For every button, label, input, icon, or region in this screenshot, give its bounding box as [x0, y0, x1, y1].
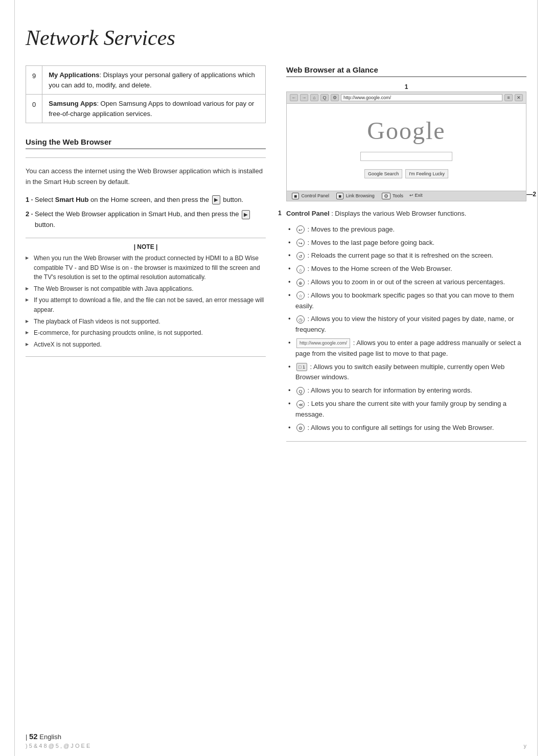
browser-toolbar: ← → ⌂ Q ⚙ http://www.google.com/ ≡ ✕	[287, 92, 526, 104]
section-divider	[26, 157, 266, 158]
footer-left: | 52 English	[26, 732, 61, 741]
table-row: 9 My Applications: Displays your persona…	[26, 66, 266, 95]
control-panel-icon: ■	[292, 193, 299, 199]
page-border-right	[537, 0, 538, 756]
left-section-title: Using the Web Browser	[26, 138, 266, 149]
bullet-settings: ⚙ : Allows you to configure all settings…	[286, 423, 526, 433]
note-item-4: The playback of Flash videos is not supp…	[26, 317, 266, 327]
intro-text: You can access the internet using the We…	[26, 166, 266, 188]
bullet-home: ⌂ : Moves to the Home screen of the Web …	[286, 264, 526, 274]
back-button-icon[interactable]: ←	[290, 94, 298, 101]
step-2: 2 · Select the Web Browser application i…	[26, 209, 266, 231]
note-item-1: When you run the Web Browser with the pr…	[26, 254, 266, 282]
steps-list: 1 · Select Smart Hub on the Home screen,…	[26, 195, 266, 231]
footer-lang: English	[39, 733, 61, 741]
control-panel-desc: : Displays the various Web Browser funct…	[330, 210, 467, 217]
note-item-3: If you attempt to download a file, and t…	[26, 295, 266, 314]
bullet-zoom: ⊕ : Allows you to zoom in or out of the …	[286, 277, 526, 288]
bookmark-icon: ☆	[296, 291, 305, 300]
step-1: 1 · Select Smart Hub on the Home screen,…	[26, 195, 266, 205]
control-panel-section: 1 Control Panel : Displays the various W…	[286, 209, 526, 219]
bullet-forward: ↪ : Moves to the last page before going …	[286, 238, 526, 248]
note-title: | NOTE |	[26, 243, 266, 250]
item-number-0: 0	[26, 95, 42, 123]
footer-pipe: |	[26, 733, 29, 741]
footer-code: ) 5 & 4 8 @ 5 , @ J O E E	[26, 743, 90, 749]
google-search-buttons: Google Search I'm Feeling Lucky	[364, 169, 448, 178]
bullet-reload: ↺ : Reloads the current page so that it …	[286, 250, 526, 261]
reload-icon: ↺	[296, 252, 305, 260]
browser-wrapper: 1 ← → ⌂ Q ⚙ http://www.google.com/ ≡ ✕	[286, 83, 526, 201]
menu-button-icon[interactable]: ≡	[504, 94, 513, 101]
table-row: 0 Samsung Apps: Open Samsung Apps to dow…	[26, 95, 266, 123]
url-text: http://www.google.com/	[343, 95, 391, 100]
zoom-icon: ⊕	[296, 279, 305, 287]
note-list: When you run the Web Browser with the pr…	[26, 254, 266, 349]
browser-features-list: ↩ : Moves to the previous page. ↪ : Move…	[286, 224, 526, 433]
footer-link-browsing: ■ Link Browsing	[335, 193, 375, 199]
page-border-left	[14, 0, 15, 756]
item-desc-0: Samsung Apps: Open Samsung Apps to downl…	[42, 95, 266, 123]
bullet-tabs: □ 1 : Allows you to switch easily betwee…	[286, 362, 526, 383]
google-search-button[interactable]: Google Search	[364, 169, 402, 178]
back-icon: ↩	[296, 225, 305, 234]
footer-control-panel: ■ Control Panel	[291, 193, 329, 199]
browser-footer: ■ Control Panel ■ Link Browsing ⚙ Tools	[287, 191, 526, 201]
google-lucky-button[interactable]: I'm Feeling Lucky	[405, 169, 448, 178]
page-title: Network Services	[26, 26, 526, 50]
bullet-history: ◷ : Allows you to view the history of yo…	[286, 314, 526, 335]
footer-right-char: y	[524, 743, 527, 749]
settings-button-icon[interactable]: ⚙	[331, 94, 339, 101]
tools-icon: ⚙	[382, 193, 390, 199]
search-button-icon[interactable]: Q	[320, 94, 329, 101]
note-box: | NOTE | When you run the Web Browser wi…	[26, 238, 266, 357]
right-section-title: Web Browser at a Glance	[286, 65, 526, 77]
page-number: 52	[29, 732, 38, 741]
home-button-icon[interactable]: ⌂	[310, 94, 318, 101]
items-table: 9 My Applications: Displays your persona…	[26, 65, 266, 123]
browser-url-bar[interactable]: http://www.google.com/	[341, 94, 502, 101]
step-num-1: 1 ·	[26, 195, 33, 205]
google-logo: Google	[367, 117, 445, 145]
gear-icon: ⚙	[296, 424, 305, 432]
bullet-share: ≪ : Lets you share the current site with…	[286, 399, 526, 420]
note-item-2: The Web Browser is not compatible with J…	[26, 284, 266, 294]
callout-side-1: 1	[278, 209, 282, 218]
bottom-divider	[286, 441, 526, 442]
share-icon: ≪	[296, 400, 305, 408]
item-label-9: My Applications	[49, 71, 99, 79]
search-icon: Q	[296, 387, 305, 395]
url-box-icon: http://www.google.com/	[296, 338, 350, 348]
right-column: Web Browser at a Glance 1 ← → ⌂ Q ⚙ http…	[286, 65, 526, 450]
forward-button-icon[interactable]: →	[300, 94, 308, 101]
button-icon-2: ▶	[242, 210, 250, 219]
note-item-5: E-commerce, for purchasing proudcts onli…	[26, 328, 266, 338]
footer-tools: ⚙ Tools	[381, 193, 403, 199]
smart-hub-bold: Smart Hub	[55, 196, 89, 203]
item-desc-9: My Applications: Displays your personal …	[42, 66, 266, 95]
page-footer: | 52 English	[26, 732, 526, 741]
callout-2-label: —2	[526, 191, 536, 198]
tabs-icon: □ 1	[296, 363, 307, 371]
step-num-2: 2 ·	[26, 209, 33, 220]
bullet-search: Q : Allows you to search for information…	[286, 385, 526, 396]
bullet-back: ↩ : Moves to the previous page.	[286, 224, 526, 235]
browser-content: Google Google Search I'm Feeling Lucky	[287, 104, 526, 191]
page-footer-bottom: ) 5 & 4 8 @ 5 , @ J O E E y	[26, 743, 526, 749]
link-browsing-icon: ■	[336, 193, 343, 199]
note-item-6: ActiveX is not supported.	[26, 340, 266, 350]
close-button-icon[interactable]: ✕	[515, 94, 523, 101]
footer-exit: ↩ Exit	[409, 193, 423, 199]
home-icon: ⌂	[296, 265, 305, 273]
exit-arrow-icon: ↩	[409, 193, 413, 198]
item-label-0: Samsung Apps	[49, 100, 97, 107]
item-number-9: 9	[26, 66, 42, 95]
button-icon-1: ▶	[212, 195, 220, 204]
bullet-url: http://www.google.com/ : Allows you to e…	[286, 338, 526, 359]
history-icon: ◷	[296, 315, 305, 324]
callout-1-label: 1	[286, 83, 526, 90]
control-panel-label: Control Panel	[286, 210, 330, 217]
bullet-bookmark: ☆ : Allows you to bookmark specific page…	[286, 290, 526, 312]
google-search-box[interactable]	[360, 152, 452, 161]
left-column: 9 My Applications: Displays your persona…	[26, 65, 266, 364]
